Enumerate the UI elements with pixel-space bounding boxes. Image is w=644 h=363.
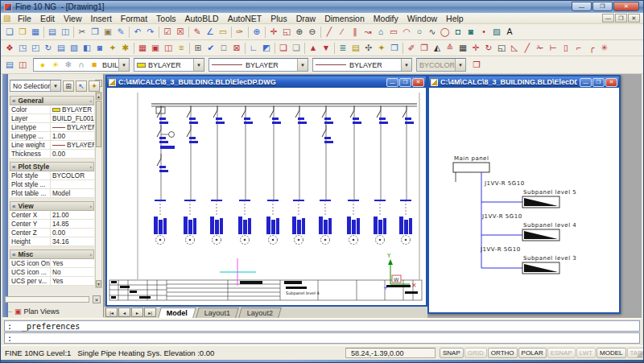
plot-style-icon[interactable]: ❒ [470,59,483,72]
menu-item-format[interactable]: Format [116,14,151,23]
tab-nav-first[interactable]: |◂ [105,307,118,317]
selection-combo[interactable]: No Selection ▼ [10,80,61,92]
maximize-button[interactable]: ❐ [592,2,613,11]
polyline-icon[interactable]: ↝ [361,26,374,39]
mdi-minimize-button[interactable]: — [602,14,614,23]
osnap-settings-icon[interactable]: ◩ [260,42,273,55]
quick-select-icon[interactable]: ✦ [89,80,100,92]
scroll-up-icon[interactable]: ▲ [96,93,101,100]
bld-zones-icon[interactable]: ◫ [162,42,175,55]
preferences-icon[interactable]: ✱ [119,42,132,55]
ellipse-icon[interactable]: ◯ [439,26,452,39]
menu-item-view[interactable]: View [59,14,86,23]
property-value[interactable]: Yes [50,259,94,267]
close-button[interactable]: ✕ [613,2,639,11]
property-value[interactable]: Yes [50,277,94,285]
zoom-realtime-icon[interactable]: ⊕ [250,26,263,39]
elecdd-drawing[interactable]: Main panel J1VV-R 5G10 Subpanel level 5 … [429,88,619,312]
erase-icon[interactable]: ✐ [405,42,418,55]
mirror-icon[interactable]: ◭ [431,42,444,55]
spline-icon[interactable]: ∿ [426,26,439,39]
property-value[interactable]: 0.00 [50,229,94,237]
point-icon[interactable]: • [477,26,490,39]
toggle-snap[interactable]: SNAP [440,348,464,358]
palette-tree-close-icon[interactable]: ✕ [93,295,101,303]
stretch-icon[interactable]: ◺ [508,42,521,55]
toggle-model[interactable]: MODEL [597,348,625,358]
elecdd-title-bar[interactable]: C:\4M\CALC\8_3_BUILDING.BLD\ElecDD.dwg —… [429,76,619,88]
toggle-esnap[interactable]: ESNAP [547,348,576,358]
favorites-icon[interactable]: ✦ [375,42,388,55]
circle-icon[interactable]: ○ [413,26,426,39]
coordinate-readout[interactable]: 58.24,-1.39,0.00 [345,348,436,358]
child-close-button[interactable]: ✕ [605,78,617,87]
select-objects-icon[interactable]: ↖ [76,80,87,92]
drawing-window-elecdd[interactable]: C:\4M\CALC\8_3_BUILDING.BLD\ElecDD.dwg —… [427,75,621,314]
linetype-manager-icon[interactable]: ≣ [336,42,349,55]
property-row[interactable]: Center Z0.00 [10,229,94,237]
property-row[interactable]: Plot table ...Model [10,189,94,198]
construction-line-icon[interactable]: ∕ [336,26,349,39]
menu-item-plus[interactable]: Plus [266,14,291,23]
child-maximize-button[interactable]: ❐ [592,78,605,87]
layer-freeze-icon[interactable]: ❄ [62,59,75,72]
polygon-icon[interactable]: ⌂ [374,26,387,39]
section-header-misc[interactable]: «Misc▪ [10,250,94,259]
property-value[interactable]: 34.16 [50,237,94,245]
region-icon[interactable]: ⊠ [230,42,243,55]
drawing-window-elecdp[interactable]: C:\4M\CALC\8_3_BUILDING.BLD\ElecDP.DWG —… [105,75,427,307]
zoom-out-icon[interactable]: ⊖ [306,26,319,39]
property-value[interactable] [50,180,94,188]
apply-format-icon[interactable]: ❏ [290,42,303,55]
new-window-icon[interactable]: ❒ [388,42,401,55]
toggle-ortho[interactable]: ORTHO [488,348,518,358]
level-up-icon[interactable]: ▲ [307,42,320,55]
layer-previous-icon[interactable]: ◫ [16,59,29,72]
bld-levels-icon[interactable]: ≡ [175,42,188,55]
open-file-icon[interactable]: ❒ [16,26,29,39]
shade-icon[interactable]: ◙ [93,42,106,55]
menu-item-dimension[interactable]: Dimension [320,14,369,23]
property-value[interactable]: BYLAYER [50,105,94,113]
property-row[interactable]: Plot styleBYCOLOR [10,171,94,180]
multiline-icon[interactable]: ∥ [349,26,361,39]
toggle-grid[interactable]: GRID [464,348,487,358]
property-row[interactable]: Center X21.00 [10,211,94,220]
zoom-previous-icon[interactable]: ◰ [29,42,42,55]
property-row[interactable]: Plot style ... [10,180,94,189]
palette-scrollbar[interactable]: ▲ ▼ [95,92,102,288]
layer-combo[interactable]: ●☀❄∩■ BUILD_FL001_US ▼ [33,58,130,72]
property-value[interactable]: BYLAYER [50,141,94,149]
menu-item-autobld[interactable]: AutoBLD [180,14,223,23]
copy-clip-icon[interactable]: ❐ [89,26,101,39]
elecdp-drawing[interactable]: Subpanel level 4 Y W × + [107,88,426,305]
print-preview-icon[interactable]: ◫ [59,26,72,39]
named-views-icon[interactable]: ▤ [55,42,68,55]
menu-item-help[interactable]: Help [442,14,469,23]
property-value[interactable]: 21.00 [50,211,94,219]
chevron-down-icon[interactable]: ▼ [193,59,204,71]
property-value[interactable]: 0.00 [50,150,94,158]
property-row[interactable]: Height34.16 [10,237,94,246]
scale-icon[interactable]: ◱ [495,42,508,55]
mdi-restore-button[interactable]: ❐ [615,14,627,23]
property-row[interactable]: UCS icon ...No [10,268,94,277]
save-file-icon[interactable]: ▦ [29,26,42,39]
palette-h-scrollbar[interactable] [5,296,89,303]
batch-audit-icon[interactable]: ☒ [174,26,187,39]
redo-icon[interactable]: ↷ [144,26,157,39]
menu-item-file[interactable]: File [13,14,35,23]
tab-layout2[interactable]: Layout2 [238,307,282,318]
rotate-view-icon[interactable]: ↻ [42,42,55,55]
zoom-in-icon[interactable]: ⊕ [293,26,306,39]
undo-icon[interactable]: ↶ [131,26,144,39]
menu-item-tools[interactable]: Tools [152,14,181,23]
property-row[interactable]: ColorBYLAYER [10,105,94,114]
array-icon[interactable]: ▦ [456,42,469,55]
lengthen-icon[interactable]: ╱ [521,42,534,55]
property-value[interactable]: BYCOLOR [50,171,94,179]
measure-distance-icon[interactable]: ▭ [217,26,229,39]
tab-model[interactable]: Model [158,307,196,318]
fillet-icon[interactable]: ╭ [585,42,598,55]
zoom-window-icon[interactable]: ◱ [280,26,293,39]
